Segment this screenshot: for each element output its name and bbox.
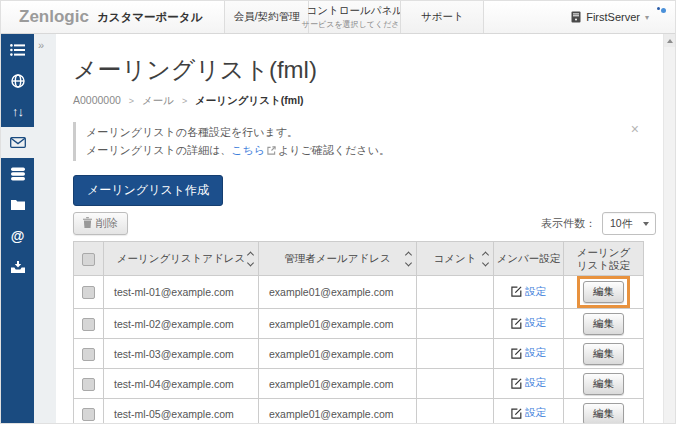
column-header-admin: 管理者メールアドレス <box>284 252 390 264</box>
zenlogic-logo[interactable]: Zenlogic カスタマーポータル <box>1 1 202 33</box>
scrollbar[interactable] <box>663 34 675 423</box>
kochira-link[interactable]: こちら <box>231 144 265 156</box>
menu-label: サポート <box>421 10 464 24</box>
member-settings-link[interactable]: 設定 <box>511 316 546 330</box>
member-settings-link[interactable]: 設定 <box>511 406 546 420</box>
sidebar-item-import[interactable] <box>1 251 34 282</box>
delete-button[interactable]: 削除 <box>73 212 128 235</box>
column-header-settings: メーリング <box>564 246 643 259</box>
notice-line2: メーリングリストの詳細は、こちらよりご確認ください。 <box>86 142 611 160</box>
notice-line1: メーリングリストの各種設定を行います。 <box>86 124 611 142</box>
sort-up-icon <box>482 251 489 258</box>
logo-dots-icon <box>657 0 666 17</box>
comment-cell <box>417 369 494 399</box>
sort-toggle-comment[interactable] <box>483 252 488 265</box>
table-row: test-ml-05@example.com example01@example… <box>74 399 644 423</box>
edit-button[interactable]: 編集 <box>583 403 624 423</box>
breadcrumb-current: メーリングリスト(fml) <box>195 94 303 106</box>
mailing-list-address: test-ml-02@example.com <box>104 309 259 339</box>
column-header-comment: コメント <box>434 252 477 264</box>
row-checkbox[interactable] <box>82 408 95 421</box>
sort-toggle-address[interactable] <box>248 252 253 265</box>
page-title: メーリングリスト(fml) <box>73 54 641 86</box>
mail-icon <box>10 137 26 148</box>
folder-icon <box>11 199 25 210</box>
table-row: test-ml-03@example.com example01@example… <box>74 339 644 369</box>
table-row: test-ml-02@example.com example01@example… <box>74 309 644 339</box>
at-sign-icon: @ <box>11 229 25 243</box>
sort-down-icon <box>405 259 412 266</box>
chevron-down-icon <box>643 222 649 226</box>
edit-button[interactable]: 編集 <box>583 343 624 365</box>
edit-button[interactable]: 編集 <box>583 313 624 335</box>
top-menu: 会員/契約管理 コントロールパネル サービスを選択してください サポート <box>224 1 484 33</box>
menu-support[interactable]: サポート <box>400 1 484 33</box>
settings-link-label: 設定 <box>525 316 546 330</box>
breadcrumb-account[interactable]: A0000000 <box>73 94 121 106</box>
sidebar-expand-toggle[interactable]: » <box>38 39 44 51</box>
main-content: メーリングリスト(fml) A0000000 > メール > メーリングリスト(… <box>56 34 663 423</box>
delete-button-label: 削除 <box>96 216 118 231</box>
create-mailing-list-button[interactable]: メーリングリスト作成 <box>73 175 223 206</box>
edit-icon <box>511 408 522 419</box>
member-settings-link[interactable]: 設定 <box>511 346 546 360</box>
row-checkbox[interactable] <box>82 348 95 361</box>
transfer-arrows-icon: ↑↓ <box>12 105 23 118</box>
sidebar-gutter: » <box>34 34 56 423</box>
notice-text: よりご確認ください。 <box>278 144 390 156</box>
menu-label: 会員/契約管理 <box>234 10 300 24</box>
comment-cell <box>417 309 494 339</box>
table-row: test-ml-01@example.com example01@example… <box>74 276 644 309</box>
server-icon <box>571 11 581 23</box>
menu-label: コントロールパネル <box>307 4 403 18</box>
row-checkbox[interactable] <box>82 318 95 331</box>
arrow-up-icon <box>667 39 673 43</box>
globe-icon <box>11 74 25 88</box>
inbox-icon <box>11 261 25 273</box>
sidebar-item-database[interactable] <box>1 158 34 189</box>
admin-address: example01@example.com <box>259 399 417 423</box>
table-header-row: メーリングリストアドレス 管理者メールアドレス コメント メンバー設定 メーリン… <box>74 242 644 276</box>
mailing-list-address: test-ml-03@example.com <box>104 339 259 369</box>
select-all-checkbox[interactable] <box>82 253 95 266</box>
sidebar: ↑↓ @ <box>1 34 34 423</box>
member-settings-link[interactable]: 設定 <box>511 376 546 390</box>
sidebar-item-email-address[interactable]: @ <box>1 220 34 251</box>
menu-control-panel[interactable]: コントロールパネル サービスを選択してください <box>308 1 400 33</box>
sort-toggle-admin[interactable] <box>406 252 411 265</box>
edit-icon <box>511 318 522 329</box>
edit-button[interactable]: 編集 <box>583 373 624 395</box>
sort-down-icon <box>247 259 254 266</box>
member-settings-link[interactable]: 設定 <box>511 285 546 299</box>
sidebar-item-files[interactable] <box>1 189 34 220</box>
portal-label: カスタマーポータル <box>97 10 202 25</box>
page-size-select[interactable]: 10件 <box>602 212 656 235</box>
settings-link-label: 設定 <box>525 376 546 390</box>
top-header: Zenlogic カスタマーポータル 会員/契約管理 コントロールパネル サービ… <box>1 1 675 34</box>
edit-icon <box>511 378 522 389</box>
sidebar-item-transfer[interactable]: ↑↓ <box>1 96 34 127</box>
row-checkbox[interactable] <box>82 286 95 299</box>
toolbar: 削除 表示件数： 10件 <box>73 212 656 235</box>
page-size-value: 10件 <box>610 217 632 231</box>
notice-close-icon[interactable]: × <box>631 122 639 136</box>
sidebar-item-mail[interactable] <box>1 127 34 158</box>
edit-button[interactable]: 編集 <box>583 281 624 303</box>
sort-up-icon <box>247 251 254 258</box>
settings-link-label: 設定 <box>525 406 546 420</box>
notice-text: メーリングリストの各種設定を行います。 <box>86 126 298 138</box>
admin-address: example01@example.com <box>259 309 417 339</box>
column-header-member: メンバー設定 <box>497 252 561 264</box>
settings-link-label: 設定 <box>525 346 546 360</box>
breadcrumb-mail[interactable]: メール <box>142 94 174 106</box>
mailing-list-address: test-ml-05@example.com <box>104 399 259 423</box>
scroll-up-button[interactable] <box>664 34 675 47</box>
chevron-down-icon: ▾ <box>645 13 649 22</box>
comment-cell <box>417 276 494 309</box>
row-checkbox[interactable] <box>82 378 95 391</box>
sidebar-item-domain[interactable] <box>1 65 34 96</box>
menu-icon <box>10 44 25 56</box>
sidebar-item-menu[interactable] <box>1 34 34 65</box>
database-icon <box>11 167 25 181</box>
menu-member-management[interactable]: 会員/契約管理 <box>224 1 308 33</box>
